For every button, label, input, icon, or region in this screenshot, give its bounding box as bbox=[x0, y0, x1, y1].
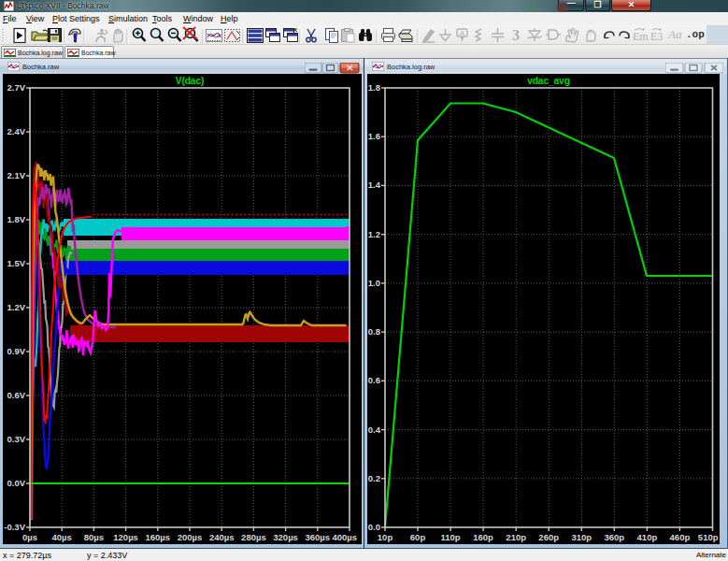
svg-text:1.4: 1.4 bbox=[368, 180, 381, 190]
svg-text:2.4V: 2.4V bbox=[7, 126, 25, 137]
svg-text:360µs: 360µs bbox=[305, 532, 330, 542]
svg-text:310p: 310p bbox=[571, 532, 592, 542]
svg-text:280µs: 280µs bbox=[241, 532, 266, 542]
svg-text:460p: 460p bbox=[670, 532, 691, 542]
svg-text:240µs: 240µs bbox=[209, 532, 235, 542]
svg-text:0.0: 0.0 bbox=[368, 522, 380, 532]
svg-text:110p: 110p bbox=[441, 532, 461, 542]
svg-text:A: A bbox=[460, 29, 465, 37]
svg-text:0.3V: 0.3V bbox=[7, 434, 25, 444]
svg-text:0.6V: 0.6V bbox=[7, 390, 25, 400]
svg-text:0.0V: 0.0V bbox=[7, 478, 25, 488]
svg-text:1.6: 1.6 bbox=[368, 131, 380, 141]
svg-text:40µs: 40µs bbox=[52, 532, 72, 542]
svg-text:.op: .op bbox=[686, 29, 705, 40]
svg-text:2.7V: 2.7V bbox=[7, 82, 25, 93]
svg-text:E3: E3 bbox=[650, 30, 663, 43]
svg-text:1.2: 1.2 bbox=[368, 229, 380, 239]
svg-text:Aa: Aa bbox=[667, 27, 682, 41]
svg-text:1.0: 1.0 bbox=[368, 278, 380, 288]
svg-text:400µs: 400µs bbox=[332, 532, 357, 542]
svg-text:510p: 510p bbox=[698, 532, 719, 542]
svg-text:60p: 60p bbox=[410, 532, 426, 542]
svg-text:1.8: 1.8 bbox=[368, 82, 380, 93]
svg-text:0.8: 0.8 bbox=[368, 326, 380, 337]
svg-text:vdac_avg: vdac_avg bbox=[527, 76, 570, 86]
svg-text:1.5V: 1.5V bbox=[7, 258, 25, 268]
svg-text:Em: Em bbox=[633, 30, 649, 43]
svg-text:V(dac): V(dac) bbox=[176, 76, 205, 86]
svg-text:260p: 260p bbox=[538, 532, 559, 542]
svg-text:320µs: 320µs bbox=[273, 532, 298, 542]
svg-text:160µs: 160µs bbox=[145, 532, 170, 542]
svg-text:410p: 410p bbox=[637, 532, 658, 542]
svg-text:-0.3V: -0.3V bbox=[4, 522, 25, 532]
svg-text:160p: 160p bbox=[473, 532, 493, 542]
svg-text:3: 3 bbox=[512, 27, 520, 43]
svg-text:10p: 10p bbox=[378, 532, 393, 542]
svg-text:0µs: 0µs bbox=[22, 532, 37, 542]
svg-text:200µs: 200µs bbox=[178, 532, 203, 542]
svg-text:0.2: 0.2 bbox=[368, 473, 380, 483]
svg-text:2.1V: 2.1V bbox=[7, 170, 25, 180]
svg-text:1.8V: 1.8V bbox=[7, 214, 25, 224]
svg-text:210p: 210p bbox=[506, 532, 526, 542]
svg-text:0.4: 0.4 bbox=[368, 424, 381, 435]
svg-text:80µs: 80µs bbox=[84, 532, 104, 542]
svg-text:0.6: 0.6 bbox=[368, 375, 380, 385]
svg-text:120µs: 120µs bbox=[113, 532, 138, 542]
svg-text:0.9V: 0.9V bbox=[7, 346, 25, 356]
svg-text:360p: 360p bbox=[604, 532, 624, 542]
svg-text:1.2V: 1.2V bbox=[7, 302, 25, 312]
